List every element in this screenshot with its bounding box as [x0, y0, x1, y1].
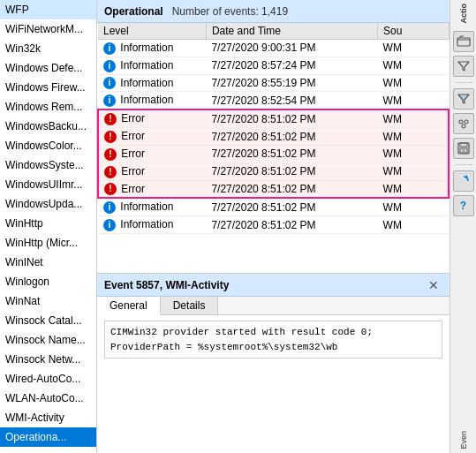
cell-source: WM — [378, 109, 449, 127]
sidebar-item-8[interactable]: WindowsSyste... — [0, 155, 96, 175]
filter2-button[interactable] — [453, 88, 474, 109]
col-header-level: Level — [98, 23, 206, 40]
event-panel-header: Event 5857, WMI-Activity ✕ — [97, 274, 450, 297]
log-table[interactable]: Level Date and Time Sou i Information7/2… — [97, 23, 450, 273]
sidebar-item-17[interactable]: Winsock Name... — [0, 330, 96, 350]
table-row[interactable]: i Information7/27/2020 8:52:54 PMWM — [98, 92, 449, 109]
close-button[interactable]: ✕ — [425, 278, 442, 292]
cell-date: 7/27/2020 8:51:02 PM — [206, 145, 377, 162]
sidebar-item-20[interactable]: WLAN-AutoCo... — [0, 389, 96, 408]
table-row[interactable]: i Information7/27/2020 8:57:24 PMWM — [98, 57, 449, 74]
cell-level: ! Error — [98, 162, 206, 180]
cell-level: i Information — [98, 216, 206, 234]
sidebar-item-22[interactable]: Operationa... — [0, 427, 96, 447]
sidebar-item-15[interactable]: WinNat — [0, 291, 96, 311]
cell-source: WM — [378, 128, 449, 146]
cell-source: WM — [378, 145, 449, 162]
log-panel: Operational Number of events: 1,419 Leve… — [97, 0, 450, 274]
cell-date: 7/27/2020 9:00:31 PM — [206, 40, 377, 57]
cell-source: WM — [378, 198, 449, 215]
sidebar-item-5[interactable]: Windows Rem... — [0, 97, 96, 117]
event-panel: Event 5857, WMI-Activity ✕ General Detai… — [97, 274, 450, 453]
cell-date: 7/27/2020 8:52:54 PM — [206, 92, 377, 109]
sidebar-item-7[interactable]: WindowsColor... — [0, 136, 96, 155]
col-header-date: Date and Time — [206, 23, 377, 40]
cell-date: 7/27/2020 8:57:24 PM — [206, 57, 377, 74]
save-button[interactable] — [453, 138, 474, 159]
sidebar-item-9[interactable]: WindowsUIImr... — [0, 175, 96, 194]
table-row[interactable]: ! Error7/27/2020 8:51:02 PMWM — [98, 180, 449, 198]
sidebar-item-4[interactable]: Windows Firew... — [0, 78, 96, 97]
sidebar-item-12[interactable]: WinHttp (Micr... — [0, 233, 96, 253]
cell-level: ! Error — [98, 109, 206, 127]
event-tabs: General Details — [97, 297, 450, 315]
event-content: CIMWin32 provider started with result co… — [97, 315, 450, 453]
cell-date: 7/27/2020 8:51:02 PM — [206, 180, 377, 198]
help-button[interactable]: ? — [453, 195, 474, 216]
info-icon: i — [103, 77, 116, 89]
cell-source: WM — [378, 92, 449, 109]
info-icon: i — [103, 60, 116, 72]
cell-source: WM — [378, 40, 449, 57]
sidebar-item-21[interactable]: WMI-Activity — [0, 408, 96, 427]
sidebar-item-10[interactable]: WindowsUpda... — [0, 194, 96, 214]
sidebar-item-11[interactable]: WinHttp — [0, 214, 96, 233]
filter-button[interactable] — [453, 56, 474, 77]
sidebar-item-16[interactable]: Winsock Catal... — [0, 311, 96, 330]
cell-source: WM — [378, 162, 449, 180]
cell-level: i Information — [98, 40, 206, 57]
table-row[interactable]: ! Error7/27/2020 8:51:02 PMWM — [98, 145, 449, 162]
table-row[interactable]: ! Error7/27/2020 8:51:02 PMWM — [98, 128, 449, 146]
table-row[interactable]: i Information7/27/2020 8:51:02 PMWM — [98, 198, 449, 215]
error-icon: ! — [104, 166, 117, 178]
log-title: Operational — [104, 5, 163, 18]
divider-2 — [455, 164, 472, 165]
info-icon: i — [103, 42, 116, 55]
error-icon: ! — [104, 113, 117, 125]
table-row[interactable]: i Information7/27/2020 9:00:31 PMWM — [98, 40, 449, 57]
cell-date: 7/27/2020 8:55:19 PM — [206, 74, 377, 92]
cell-level: i Information — [98, 198, 206, 215]
error-icon: ! — [104, 131, 117, 143]
info-icon: i — [103, 201, 116, 214]
svg-point-2 — [465, 120, 468, 124]
actions-panel: Actio ? Even — [450, 0, 476, 453]
sidebar-item-6[interactable]: WindowsBacku... — [0, 117, 96, 136]
table-row[interactable]: ! Error7/27/2020 8:51:02 PMWM — [98, 162, 449, 180]
log-event-count: Number of events: 1,419 — [172, 5, 288, 18]
sidebar-item-14[interactable]: Winlogon — [0, 272, 96, 291]
sidebar-item-19[interactable]: Wired-AutoCo... — [0, 369, 96, 389]
sidebar-item-13[interactable]: WinINet — [0, 253, 96, 272]
table-row[interactable]: i Information7/27/2020 8:55:19 PMWM — [98, 74, 449, 92]
sidebar-item-18[interactable]: Winsock Netw... — [0, 350, 96, 369]
cell-level: ! Error — [98, 145, 206, 162]
cell-source: WM — [378, 216, 449, 234]
sidebar-item-2[interactable]: Win32k — [0, 39, 96, 58]
svg-rect-0 — [457, 38, 470, 46]
col-header-source: Sou — [378, 23, 449, 40]
svg-point-1 — [459, 120, 463, 124]
group-button[interactable] — [453, 113, 474, 134]
sidebar-item-1[interactable]: WiFiNetworkM... — [0, 19, 96, 39]
cell-level: i Information — [98, 92, 206, 109]
sidebar-item-3[interactable]: Windows Defe... — [0, 58, 96, 78]
svg-point-3 — [462, 125, 465, 128]
error-icon: ! — [104, 183, 117, 195]
tab-general[interactable]: General — [97, 297, 161, 315]
error-icon: ! — [104, 148, 117, 161]
open-button[interactable] — [453, 31, 474, 52]
tab-details[interactable]: Details — [161, 297, 219, 314]
sidebar-item-0[interactable]: WFP — [0, 0, 96, 19]
table-row[interactable]: i Information7/27/2020 8:51:02 PMWM — [98, 216, 449, 234]
cell-date: 7/27/2020 8:51:02 PM — [206, 216, 377, 234]
cell-source: WM — [378, 57, 449, 74]
events-table: Level Date and Time Sou i Information7/2… — [97, 23, 450, 234]
actions-title: Actio — [459, 4, 468, 24]
log-header: Operational Number of events: 1,419 — [97, 0, 450, 23]
event-label: Even — [459, 431, 468, 449]
table-row[interactable]: ! Error7/27/2020 8:51:02 PMWM — [98, 109, 449, 127]
cell-date: 7/27/2020 8:51:02 PM — [206, 198, 377, 215]
sidebar: WFPWiFiNetworkM...Win32kWindows Defe...W… — [0, 0, 97, 453]
svg-rect-7 — [462, 149, 465, 152]
refresh-button[interactable] — [453, 170, 474, 192]
